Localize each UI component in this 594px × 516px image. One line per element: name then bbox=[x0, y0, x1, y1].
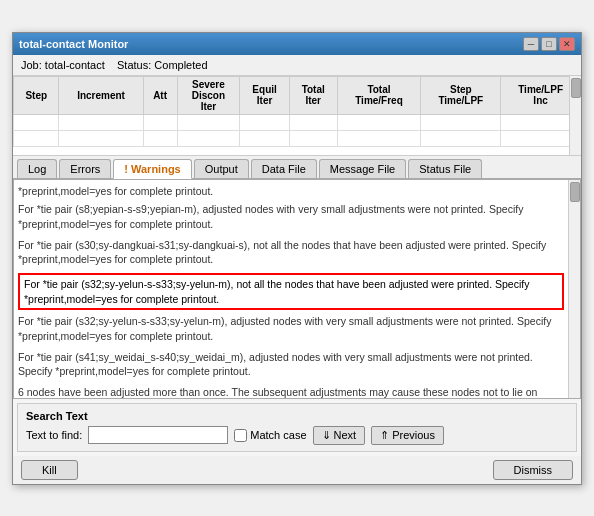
tab-errors[interactable]: Errors bbox=[59, 159, 111, 178]
col-severe-discon: SevereDisconIter bbox=[177, 76, 240, 114]
title-bar: total-contact Monitor ─ □ ✕ bbox=[13, 33, 581, 55]
job-label: Job: bbox=[21, 59, 42, 71]
job-value: total-contact bbox=[45, 59, 105, 71]
data-table-section: Step Increment Att SevereDisconIter Equi… bbox=[13, 76, 581, 156]
search-input[interactable] bbox=[88, 426, 228, 444]
data-table: Step Increment Att SevereDisconIter Equi… bbox=[13, 76, 581, 147]
status-value: Completed bbox=[154, 59, 207, 71]
warning-item-1: *preprint,model=yes for complete printou… bbox=[18, 184, 564, 199]
up-arrow-icon: ⇑ bbox=[380, 429, 389, 442]
tab-data-file[interactable]: Data File bbox=[251, 159, 317, 178]
warning-item-4-highlighted: For *tie pair (s32;sy-yelun-s-s33;sy-yel… bbox=[18, 273, 564, 310]
content-scrollbar-thumb[interactable] bbox=[570, 182, 580, 202]
scrollbar-thumb[interactable] bbox=[571, 78, 581, 98]
table-row bbox=[14, 130, 581, 146]
kill-button[interactable]: Kill bbox=[21, 460, 78, 480]
tab-status-file[interactable]: Status File bbox=[408, 159, 482, 178]
col-increment: Increment bbox=[59, 76, 143, 114]
match-case-checkbox-label[interactable]: Match case bbox=[234, 429, 306, 442]
tab-message-file[interactable]: Message File bbox=[319, 159, 406, 178]
col-total-time-freq: TotalTime/Freq bbox=[337, 76, 421, 114]
search-section: Search Text Text to find: Match case ⇓ N… bbox=[17, 403, 577, 452]
tab-warnings[interactable]: ! Warnings bbox=[113, 159, 191, 179]
close-button[interactable]: ✕ bbox=[559, 37, 575, 51]
window-controls: ─ □ ✕ bbox=[523, 37, 575, 51]
next-button[interactable]: ⇓ Next bbox=[313, 426, 366, 445]
col-att: Att bbox=[143, 76, 177, 114]
warning-item-7: 6 nodes have been adjusted more than onc… bbox=[18, 385, 564, 398]
main-window: total-contact Monitor ─ □ ✕ Job: total-c… bbox=[12, 32, 582, 485]
search-section-title: Search Text bbox=[26, 410, 568, 422]
maximize-button[interactable]: □ bbox=[541, 37, 557, 51]
col-total-iter: TotalIter bbox=[289, 76, 337, 114]
search-row: Text to find: Match case ⇓ Next ⇑ Previo… bbox=[26, 426, 568, 445]
warning-item-3: For *tie pair (s30;sy-dangkuai-s31;sy-da… bbox=[18, 238, 564, 267]
down-arrow-icon: ⇓ bbox=[322, 429, 331, 442]
col-step: Step bbox=[14, 76, 59, 114]
warning-item-6: For *tie pair (s41;sy_weidai_s-s40;sy_we… bbox=[18, 350, 564, 379]
tab-log[interactable]: Log bbox=[17, 159, 57, 178]
match-case-checkbox[interactable] bbox=[234, 429, 247, 442]
table-row bbox=[14, 114, 581, 130]
warning-item-5: For *tie pair (s32;sy-yelun-s-s33;sy-yel… bbox=[18, 314, 564, 343]
warning-item-2: For *tie pair (s8;yepian-s-s9;yepian-m),… bbox=[18, 202, 564, 231]
minimize-button[interactable]: ─ bbox=[523, 37, 539, 51]
tab-output[interactable]: Output bbox=[194, 159, 249, 178]
col-step-time-lpf: StepTime/LPF bbox=[421, 76, 501, 114]
col-equil-iter: EquilIter bbox=[240, 76, 290, 114]
window-title: total-contact Monitor bbox=[19, 38, 128, 50]
warnings-content-area: *preprint,model=yes for complete printou… bbox=[13, 179, 581, 399]
tabs-bar: Log Errors ! Warnings Output Data File M… bbox=[13, 156, 581, 179]
content-scrollbar[interactable] bbox=[568, 180, 580, 398]
status-label: Status: bbox=[117, 59, 151, 71]
table-scrollbar[interactable] bbox=[569, 76, 581, 155]
dismiss-button[interactable]: Dismiss bbox=[493, 460, 574, 480]
bottom-button-row: Kill Dismiss bbox=[13, 456, 581, 484]
job-status-bar: Job: total-contact Status: Completed bbox=[13, 55, 581, 76]
text-to-find-label: Text to find: bbox=[26, 429, 82, 441]
previous-button[interactable]: ⇑ Previous bbox=[371, 426, 444, 445]
